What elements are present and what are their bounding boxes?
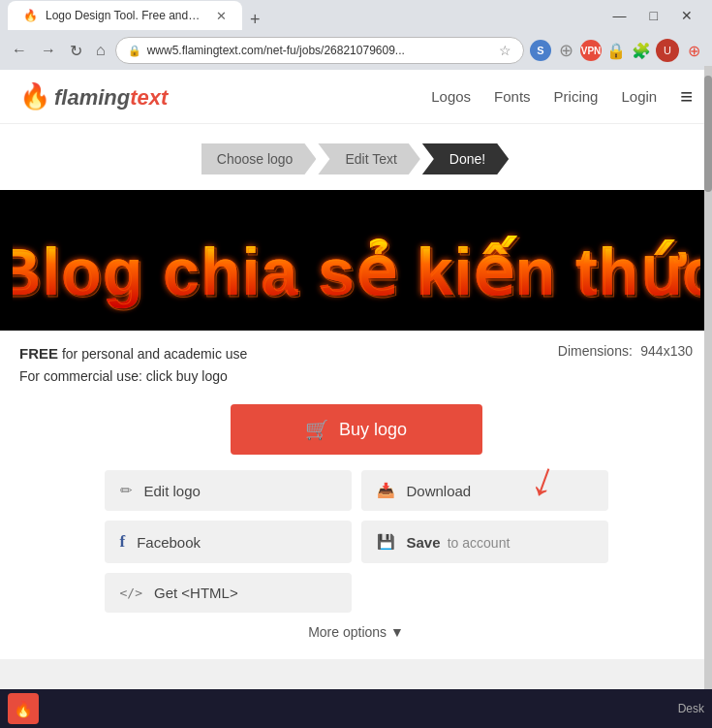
- scroll-thumb[interactable]: [704, 76, 712, 192]
- forward-button[interactable]: →: [37, 38, 60, 63]
- nav-menu-icon[interactable]: ≡: [680, 84, 693, 110]
- facebook-icon: f: [120, 532, 126, 552]
- bookmark-icon[interactable]: ☆: [499, 43, 511, 58]
- step-done[interactable]: Done!: [422, 143, 509, 174]
- free-text-line1: FREE for personal and academic use: [19, 342, 247, 365]
- save-bold: Save: [407, 534, 441, 551]
- toolbar-extensions: S ⊕ VPN 🔒 🧩 U ⊕: [530, 39, 704, 62]
- free-text: for personal and academic use: [58, 346, 247, 362]
- more-options-row: More options ▼: [19, 624, 693, 640]
- browser-toolbar: ← → ↻ ⌂ 🔒 www5.flamingtext.com/net-fu/jo…: [0, 31, 712, 70]
- maximize-button[interactable]: □: [638, 0, 669, 31]
- svg-text:Blog chia sẻ kiến thức: Blog chia sẻ kiến thức: [13, 237, 700, 310]
- edit-logo-button[interactable]: ✏ Edit logo: [105, 470, 352, 511]
- logo-svg: Blog chia sẻ kiến thức Blog chia sẻ kiến…: [13, 193, 700, 329]
- save-label: Save to account: [407, 534, 511, 551]
- more-options-link[interactable]: More options ▼: [308, 624, 404, 640]
- logo-flaming-text: flamingtext: [54, 83, 168, 111]
- download-label: Download: [407, 483, 472, 499]
- download-icon: 📥: [377, 482, 395, 499]
- site-logo[interactable]: 🔥 flamingtext: [19, 81, 168, 111]
- buy-logo-label: Buy logo: [339, 420, 407, 440]
- save-to-account-button[interactable]: 💾 Save to account: [361, 521, 608, 563]
- buy-logo-button[interactable]: 🛒 Buy logo: [231, 404, 482, 455]
- tab-close-icon[interactable]: ✕: [216, 9, 227, 23]
- logo-text: text: [130, 85, 168, 110]
- nav-fonts[interactable]: Fonts: [494, 88, 531, 105]
- extension-icon-4[interactable]: 🔒: [605, 40, 627, 61]
- free-text-line2: For commercial use: click buy logo: [19, 365, 247, 387]
- new-tab-button[interactable]: +: [242, 10, 268, 30]
- chrome-menu-icon[interactable]: ⊕: [683, 40, 704, 61]
- step-edit-text-label: Edit Text: [345, 151, 396, 167]
- title-bar: 🔥 Logo Design Tool. Free and Onli... ✕ +…: [0, 0, 712, 31]
- step-done-label: Done!: [449, 151, 485, 167]
- taskbar: 🔥 Desk: [0, 689, 712, 728]
- save-label2: to account: [448, 535, 511, 551]
- logo-flame-icon: 🔥: [19, 81, 50, 111]
- action-buttons-container: ↓ ✏ Edit logo 📥 Download f Facebook: [19, 470, 693, 613]
- facebook-button[interactable]: f Facebook: [105, 521, 352, 563]
- free-info: FREE for personal and academic use For c…: [19, 342, 247, 387]
- url-text: www5.flamingtext.com/net-fu/jobs/2682107…: [147, 44, 493, 57]
- html-icon: </>: [120, 586, 142, 600]
- info-row: FREE for personal and academic use For c…: [0, 331, 712, 395]
- url-bar[interactable]: 🔒 www5.flamingtext.com/net-fu/jobs/26821…: [115, 37, 524, 64]
- nav-login[interactable]: Login: [621, 88, 657, 105]
- site-header: 🔥 flamingtext Logos Fonts Pricing Login …: [0, 70, 712, 124]
- nav-pricing[interactable]: Pricing: [554, 88, 599, 105]
- facebook-label: Facebook: [137, 534, 201, 551]
- back-button[interactable]: ←: [8, 38, 31, 63]
- edit-logo-icon: ✏: [120, 482, 133, 499]
- extension-icon-2[interactable]: ⊕: [555, 40, 576, 61]
- page-content: 🔥 flamingtext Logos Fonts Pricing Login …: [0, 70, 712, 659]
- buttons-area: 🛒 Buy logo ↓ ✏ Edit logo 📥 Download: [0, 395, 712, 659]
- logo-image: Blog chia sẻ kiến thức Blog chia sẻ kiến…: [0, 190, 712, 331]
- save-icon: 💾: [377, 533, 395, 551]
- download-button[interactable]: 📥 Download: [361, 470, 608, 511]
- taskbar-right-text: Desk: [678, 702, 704, 715]
- logo-preview: Blog chia sẻ kiến thức Blog chia sẻ kiến…: [0, 190, 712, 331]
- step-edit-text[interactable]: Edit Text: [318, 143, 419, 174]
- site-nav: Logos Fonts Pricing Login ≡: [431, 84, 693, 110]
- profile-icon[interactable]: U: [656, 39, 679, 62]
- extension-icon-1[interactable]: S: [530, 40, 551, 61]
- commercial-text: For commercial use: click buy logo: [19, 368, 228, 384]
- lock-icon: 🔒: [128, 45, 141, 57]
- dimensions-value: 944x130: [640, 343, 693, 359]
- buy-logo-icon: 🛒: [305, 418, 329, 441]
- html-label: Get <HTML>: [154, 585, 238, 601]
- edit-logo-label: Edit logo: [144, 483, 201, 499]
- minimize-button[interactable]: —: [602, 0, 638, 31]
- tab-favicon: 🔥: [23, 9, 38, 22]
- tab-title: Logo Design Tool. Free and Onli...: [46, 9, 201, 22]
- close-button[interactable]: ✕: [669, 0, 704, 31]
- extension-icon-3[interactable]: VPN: [580, 40, 602, 61]
- home-button[interactable]: ⌂: [92, 38, 109, 63]
- step-choose-logo[interactable]: Choose logo: [201, 143, 317, 174]
- get-html-button[interactable]: </> Get <HTML>: [105, 573, 352, 613]
- dimensions-info: Dimensions: 944x130: [558, 342, 693, 360]
- taskbar-app-icon[interactable]: 🔥: [8, 693, 39, 724]
- nav-logos[interactable]: Logos: [431, 88, 471, 105]
- dimensions-label: Dimensions:: [558, 343, 633, 359]
- arrow-annotation: ↓: [533, 451, 557, 507]
- free-label: FREE: [19, 345, 58, 362]
- step-choose-logo-label: Choose logo: [217, 151, 294, 167]
- steps-breadcrumb: Choose logo Edit Text Done!: [0, 124, 712, 190]
- browser-tab[interactable]: 🔥 Logo Design Tool. Free and Onli... ✕: [8, 1, 242, 30]
- logo-flaming: flaming: [54, 85, 130, 110]
- scroll-bar[interactable]: [704, 66, 712, 689]
- reload-button[interactable]: ↻: [66, 38, 86, 64]
- extensions-button[interactable]: 🧩: [631, 40, 652, 61]
